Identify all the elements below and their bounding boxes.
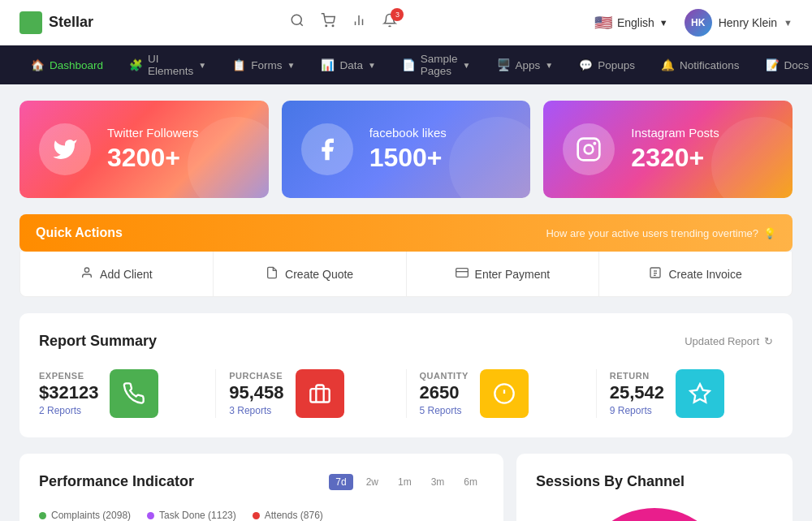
sessions-chart: [536, 503, 773, 521]
card-decoration: [711, 117, 793, 198]
nav-item-docs[interactable]: 📝 Docs: [754, 45, 812, 84]
chart-icon[interactable]: [352, 13, 366, 32]
popups-icon: 💬: [579, 58, 593, 71]
divider: [406, 369, 407, 418]
quantity-info: QUANTITY 2650 5 Reports: [420, 371, 469, 416]
language-selector[interactable]: 🇺🇸 English ▼: [594, 14, 668, 32]
report-summary-header: Report Summary Updated Report ↻: [39, 333, 773, 350]
topbar: Stellar 3 🇺🇸 English ▼ HK Henry Klein ▼: [0, 0, 812, 45]
chevron-down-icon: ▼: [368, 61, 376, 70]
notification-icon[interactable]: 3: [382, 13, 397, 32]
create-invoice-label: Create Invoice: [668, 268, 741, 281]
nav-item-sample-pages[interactable]: 📄 Sample Pages ▼: [391, 45, 482, 84]
expense-info: EXPENSE $32123 2 Reports: [39, 371, 98, 416]
topbar-right: 🇺🇸 English ▼ HK Henry Klein ▼: [594, 9, 793, 37]
quick-actions-buttons: Add Client Create Quote Enter Payment Cr…: [19, 252, 793, 297]
svg-point-3: [333, 25, 335, 27]
expense-icon-box: [110, 369, 158, 418]
create-invoice-button[interactable]: Create Invoice: [599, 252, 792, 296]
nav-label-apps: Apps: [516, 59, 541, 71]
performance-indicator-card: Performance Indicator 7d 2w 1m 3m 6m Com…: [19, 454, 503, 521]
twitter-card: Twitter Followers 3200+: [19, 101, 269, 198]
svg-point-2: [326, 25, 327, 27]
perf-header: Performance Indicator 7d 2w 1m 3m 6m: [39, 473, 484, 503]
nav-label-dashboard: Dashboard: [50, 59, 103, 71]
return-label: RETURN: [610, 371, 664, 381]
enter-payment-icon: [456, 266, 469, 282]
flag-icon: 🇺🇸: [594, 14, 612, 32]
sessions-title: Sessions By Channel: [536, 473, 685, 489]
quick-actions-title: Quick Actions: [36, 226, 123, 240]
facebook-icon: [301, 123, 353, 175]
perf-title: Performance Indicator: [39, 473, 194, 490]
svg-point-8: [585, 145, 594, 154]
divider: [215, 369, 216, 418]
expense-metric: EXPENSE $32123 2 Reports: [39, 369, 202, 418]
return-info: RETURN 25,542 9 Reports: [610, 371, 664, 416]
instagram-card: Instagram Posts 2320+: [543, 101, 793, 198]
taskdone-label: Task Done (1123): [159, 510, 236, 521]
complaints-dot: [39, 512, 46, 519]
nav-item-apps[interactable]: 🖥️ Apps ▼: [486, 45, 565, 84]
updated-report-button[interactable]: Updated Report ↻: [685, 335, 773, 347]
chevron-down-icon: ▼: [198, 61, 206, 70]
forms-icon: 📋: [232, 58, 246, 71]
logo-icon: [19, 11, 42, 34]
quantity-value: 2650: [420, 382, 469, 403]
chevron-down-icon: ▼: [287, 61, 295, 70]
docs-icon: 📝: [766, 58, 780, 71]
nav-item-dashboard[interactable]: 🏠 Dashboard: [19, 45, 114, 84]
logo-area: Stellar: [19, 11, 93, 34]
quick-actions-question: How are your active users trending overt…: [546, 227, 776, 239]
pages-icon: 📄: [402, 58, 416, 71]
enter-payment-button[interactable]: Enter Payment: [407, 252, 600, 296]
quantity-metric: QUANTITY 2650 5 Reports: [420, 369, 583, 418]
report-summary-title: Report Summary: [39, 333, 157, 350]
add-client-button[interactable]: Add Client: [20, 252, 214, 296]
twitter-label: Twitter Followers: [107, 126, 199, 140]
avatar: HK: [685, 9, 712, 37]
logo-text: Stellar: [49, 14, 93, 31]
social-cards-row: Twitter Followers 3200+ facebook likes 1…: [19, 101, 793, 198]
nav-item-ui-elements[interactable]: 🧩 UI Elements ▼: [118, 45, 218, 84]
time-btn-7d[interactable]: 7d: [329, 474, 352, 490]
card-decoration: [188, 117, 269, 198]
card-decoration: [449, 117, 530, 198]
nav-item-popups[interactable]: 💬 Popups: [568, 45, 646, 84]
purchase-value: 95,458: [229, 382, 283, 403]
bottom-row: Performance Indicator 7d 2w 1m 3m 6m Com…: [19, 454, 793, 521]
svg-rect-17: [310, 389, 329, 402]
chevron-down-icon: ▼: [463, 61, 471, 70]
create-quote-label: Create Quote: [285, 268, 353, 281]
nav-item-notifications[interactable]: 🔔 Notifications: [650, 45, 751, 84]
divider: [596, 369, 597, 418]
quantity-icon-box: [480, 369, 529, 418]
purchase-icon-box: [296, 369, 344, 418]
time-btn-1m[interactable]: 1m: [391, 474, 418, 490]
facebook-count: 1500+: [369, 143, 447, 173]
nav-item-data[interactable]: 📊 Data ▼: [309, 45, 387, 84]
taskdone-dot: [147, 512, 154, 519]
cart-icon[interactable]: [321, 13, 335, 32]
time-btn-2w[interactable]: 2w: [360, 474, 385, 490]
nav-item-forms[interactable]: 📋 Forms ▼: [221, 45, 306, 84]
time-btn-6m[interactable]: 6m: [457, 474, 484, 490]
expense-link[interactable]: 2 Reports: [39, 405, 98, 416]
svg-point-10: [84, 268, 89, 272]
quantity-link[interactable]: 5 Reports: [420, 405, 469, 416]
add-client-label: Add Client: [100, 268, 153, 281]
time-btn-3m[interactable]: 3m: [425, 474, 451, 490]
search-icon[interactable]: [290, 13, 304, 32]
facebook-label: facebook likes: [369, 126, 447, 140]
twitter-count: 3200+: [107, 143, 199, 173]
enter-payment-label: Enter Payment: [475, 268, 551, 281]
create-quote-button[interactable]: Create Quote: [214, 252, 407, 296]
nav-label-popups: Popups: [598, 59, 635, 71]
chevron-down-icon: ▼: [545, 61, 553, 70]
question-text: How are your active users trending overt…: [546, 227, 758, 239]
purchase-link[interactable]: 3 Reports: [229, 405, 283, 416]
return-link[interactable]: 9 Reports: [610, 405, 664, 416]
legend-attends: Attends (876): [253, 510, 323, 521]
user-menu[interactable]: HK Henry Klein ▼: [685, 9, 793, 37]
return-icon-box: [676, 369, 724, 418]
